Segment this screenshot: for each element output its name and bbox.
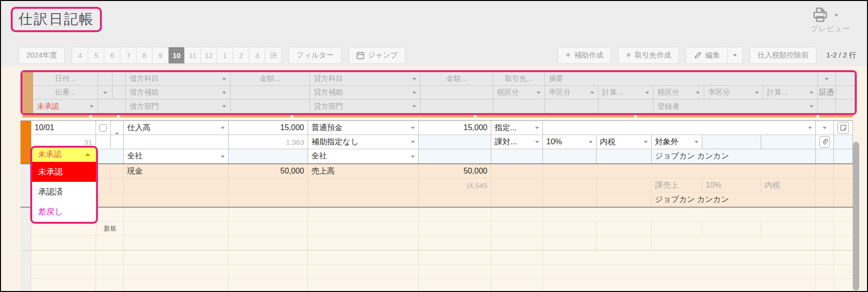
chevron-down-icon <box>823 127 827 131</box>
month-tab-8[interactable]: 8 <box>136 47 153 63</box>
month-tab-5[interactable]: 5 <box>88 47 104 63</box>
tax-mode-button[interactable]: 仕入税額控除前 <box>750 47 816 64</box>
summary-caret-cell[interactable] <box>816 121 834 135</box>
col-header-credit-rate[interactable]: 率区分 <box>704 86 763 99</box>
row-checkbox-cell[interactable] <box>96 121 111 135</box>
chevron-down-icon <box>103 92 107 96</box>
debit-sub-cell[interactable] <box>124 135 229 149</box>
col-header-credit-amount[interactable]: 金額... <box>421 72 493 85</box>
printer-icon[interactable] <box>811 7 829 23</box>
note-icon[interactable] <box>837 122 849 134</box>
month-tab-3[interactable]: 3 <box>249 47 265 63</box>
month-tab-4[interactable]: 4 <box>72 47 88 63</box>
blank-cell <box>111 164 124 178</box>
chevron-down-icon <box>696 92 700 96</box>
credit-amount-cell[interactable]: 50,000 <box>419 164 491 178</box>
col-header-partner[interactable]: 取引先... <box>493 72 545 85</box>
debit-amount-cell[interactable]: 50,000 <box>229 164 308 178</box>
month-tab-6[interactable]: 6 <box>104 47 120 63</box>
app-window: 仕訳日記帳 プレビュー 2024年度 4 <box>0 0 868 292</box>
approval-option-approved[interactable]: 承認済 <box>32 182 96 202</box>
col-header-evidence[interactable]: 証憑 <box>818 86 836 99</box>
month-tab-9[interactable]: 9 <box>153 47 169 63</box>
col-header-debit-dept[interactable]: 借方部門 <box>126 99 231 113</box>
blank-cell <box>543 178 597 192</box>
col-header-debit-sub[interactable]: 借方補助 <box>126 86 231 99</box>
print-caret-icon[interactable] <box>834 14 838 19</box>
col-header-registrant[interactable]: 登録者 <box>654 99 818 113</box>
col-header-debit-amount[interactable]: 金額... <box>231 72 310 85</box>
header-bottom-strip <box>22 115 853 117</box>
col-header-caret[interactable] <box>98 86 113 99</box>
vertical-scrollbar[interactable] <box>853 142 859 291</box>
debit-dept-select[interactable]: 全社 <box>124 149 229 163</box>
col-header-summary-caret[interactable] <box>818 72 836 85</box>
col-header-debit-tax[interactable]: 税区分 <box>493 86 545 99</box>
fiscal-year-button[interactable]: 2024年度 <box>19 47 65 64</box>
month-tab-10-active[interactable]: 10 <box>169 47 185 63</box>
blank-cell <box>491 222 543 235</box>
col-header-credit-sub[interactable]: 貸方補助 <box>310 86 421 99</box>
create-partner-button[interactable]: + 取引先作成 <box>618 47 679 64</box>
blank-cell <box>491 149 543 163</box>
create-subaccount-button[interactable]: + 補助作成 <box>558 47 611 64</box>
attachment-cell[interactable] <box>816 135 834 149</box>
checkbox-icon[interactable] <box>99 124 107 132</box>
credit-tax-select[interactable]: 対象外 <box>652 135 702 149</box>
credit-sub-select[interactable]: 補助指定なし <box>308 135 419 149</box>
edit-button[interactable]: 編集 <box>686 47 728 64</box>
col-header-debit-rate[interactable]: 率区分 <box>545 86 598 99</box>
credit-dept-select[interactable]: 全社 <box>308 149 419 163</box>
debit-tax-amount-cell: 1,363 <box>229 135 308 149</box>
entry2-line2: (4,545 課売上 10% 内税 <box>31 178 853 193</box>
summary-input[interactable] <box>543 121 816 135</box>
month-tab-11[interactable]: 11 <box>185 47 201 63</box>
approval-option-unapproved[interactable]: 未承認 <box>32 162 96 182</box>
chevron-down-icon <box>222 105 226 110</box>
col-header-credit-account[interactable]: 貸方科目 <box>310 72 421 85</box>
blank-cell <box>702 222 761 235</box>
debit-account-select[interactable]: 仕入高 <box>124 121 229 135</box>
debit-rate-select[interactable]: 10% <box>543 135 597 149</box>
blank-cell <box>816 149 834 163</box>
col-header-debit-account[interactable]: 借方科目 <box>126 72 231 85</box>
col-header-blank <box>493 99 545 113</box>
debit-calc-select[interactable]: 内税 <box>597 135 652 149</box>
month-tab-1[interactable]: 1 <box>217 47 233 63</box>
entry1-line3: 全社 全社 ジョブカン カンカン <box>31 149 853 163</box>
blank-cell <box>597 222 652 235</box>
partner-select[interactable]: 指定... <box>491 121 543 135</box>
credit-account-select[interactable]: 普通預金 <box>308 121 419 135</box>
col-header-credit-calc[interactable]: 計算... <box>763 86 818 99</box>
credit-amount-cell[interactable]: 15,000 <box>419 121 491 135</box>
row-expander[interactable] <box>111 121 124 135</box>
paperclip-icon[interactable] <box>819 136 830 148</box>
col-header-credit-tax[interactable]: 税区分 <box>654 86 704 99</box>
col-header-blank <box>836 86 855 99</box>
edit-dropdown-button[interactable] <box>728 47 743 64</box>
debit-amount-cell[interactable]: 15,000 <box>229 121 308 135</box>
col-header-summary[interactable]: 摘要 <box>545 72 818 85</box>
blank-cell <box>597 149 652 163</box>
credit-tax-cell: 課売上 <box>652 178 702 192</box>
col-header-date[interactable]: 日付... <box>33 72 98 85</box>
approval-option-remanded[interactable]: 差戻し <box>32 202 96 222</box>
blank-cell <box>543 236 597 250</box>
month-tab-2[interactable]: 2 <box>233 47 249 63</box>
month-tab-closing[interactable]: 決 <box>265 47 281 63</box>
month-tab-12[interactable]: 12 <box>201 47 217 63</box>
summary-cell[interactable] <box>543 164 816 178</box>
col-header-slip-number[interactable]: 伝番... <box>33 86 98 99</box>
jump-button[interactable]: ジャンプ <box>348 47 405 64</box>
debit-account-cell[interactable]: 現金 <box>124 164 229 178</box>
approval-filter[interactable]: 未承認 <box>33 99 98 113</box>
date-cell[interactable]: 10/01 <box>31 121 96 135</box>
approval-dropdown-selected[interactable]: 未承認 <box>32 148 96 162</box>
col-header-credit-dept[interactable]: 貸方部門 <box>310 99 421 113</box>
filter-button[interactable]: フィルター <box>289 47 341 64</box>
col-header-debit-calc[interactable]: 計算... <box>598 86 654 99</box>
credit-account-cell[interactable]: 売上高 <box>308 164 419 178</box>
debit-tax-select[interactable]: 課対... <box>491 135 543 149</box>
note-cell[interactable] <box>834 121 853 135</box>
month-tab-7[interactable]: 7 <box>120 47 136 63</box>
